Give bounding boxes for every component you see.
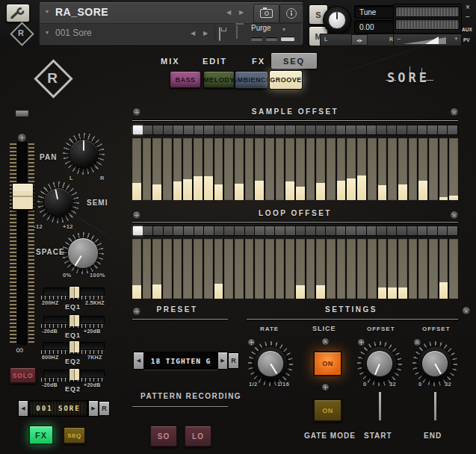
delete-button[interactable] bbox=[236, 25, 238, 39]
info-button[interactable] bbox=[279, 4, 303, 23]
step-column[interactable] bbox=[347, 239, 356, 299]
step-column[interactable] bbox=[388, 138, 397, 200]
pattern-so-button[interactable]: SO bbox=[149, 425, 178, 447]
step-indicator[interactable] bbox=[346, 226, 356, 235]
step-column[interactable] bbox=[152, 138, 161, 200]
step-column[interactable] bbox=[265, 138, 274, 200]
step-column[interactable] bbox=[235, 239, 244, 299]
step-indicator-active[interactable] bbox=[133, 226, 143, 235]
step-indicator[interactable] bbox=[336, 226, 346, 235]
step-indicator[interactable] bbox=[224, 125, 234, 134]
step-indicator[interactable] bbox=[164, 226, 173, 235]
step-column[interactable] bbox=[132, 138, 141, 200]
step-indicator[interactable] bbox=[255, 125, 265, 134]
purge-dropdown[interactable]: Purge bbox=[251, 24, 271, 32]
step-column[interactable] bbox=[183, 138, 192, 200]
tune-knob[interactable] bbox=[323, 6, 351, 34]
step-column[interactable] bbox=[409, 138, 418, 200]
kit-reset-button[interactable]: R bbox=[99, 401, 110, 416]
step-indicator[interactable] bbox=[346, 125, 356, 134]
category-melody-button[interactable]: MELODY bbox=[203, 71, 235, 88]
preset-next-button[interactable]: ▶ bbox=[217, 352, 228, 370]
step-column[interactable] bbox=[276, 239, 285, 299]
sample-offset-graph[interactable] bbox=[132, 138, 458, 200]
step-column[interactable] bbox=[143, 239, 152, 299]
step-column[interactable] bbox=[398, 239, 407, 299]
tab-mix[interactable]: MIX bbox=[161, 57, 180, 66]
step-indicator[interactable] bbox=[265, 125, 275, 134]
aux-button[interactable]: AUX bbox=[462, 27, 472, 32]
step-indicator[interactable] bbox=[275, 226, 285, 235]
step-column[interactable] bbox=[429, 138, 438, 200]
close-icon[interactable]: × bbox=[466, 3, 470, 11]
step-indicator[interactable] bbox=[448, 125, 457, 134]
step-indicator[interactable] bbox=[306, 226, 315, 235]
step-indicator[interactable] bbox=[194, 226, 204, 235]
step-column[interactable] bbox=[204, 239, 213, 299]
seq-toggle-button[interactable]: SEQ bbox=[63, 426, 86, 444]
step-indicator[interactable] bbox=[245, 125, 255, 134]
step-indicator[interactable] bbox=[173, 125, 183, 134]
offset-start-knob[interactable] bbox=[357, 341, 402, 386]
gate-on-button[interactable]: ON bbox=[313, 399, 342, 422]
step-column[interactable] bbox=[327, 138, 336, 200]
step-indicator[interactable] bbox=[245, 226, 255, 235]
pan-knob[interactable] bbox=[63, 133, 105, 175]
step-indicator[interactable] bbox=[143, 125, 153, 134]
step-column[interactable] bbox=[194, 239, 203, 299]
step-indicator[interactable] bbox=[235, 226, 244, 235]
step-column[interactable] bbox=[183, 239, 192, 299]
step-indicator[interactable] bbox=[367, 226, 377, 235]
step-indicator[interactable] bbox=[153, 125, 163, 134]
step-column[interactable] bbox=[163, 239, 172, 299]
step-indicator[interactable] bbox=[438, 226, 448, 235]
pan-slider[interactable]: L R ◂|▸ bbox=[320, 34, 398, 46]
step-column[interactable] bbox=[368, 138, 377, 200]
instrument-next-arrow[interactable]: ▶ bbox=[239, 9, 244, 16]
step-indicator[interactable] bbox=[194, 125, 204, 134]
kit-prev-button[interactable]: ◀ bbox=[18, 400, 28, 417]
step-column[interactable] bbox=[285, 138, 294, 200]
step-indicator[interactable] bbox=[326, 125, 336, 134]
step-column[interactable] bbox=[306, 138, 315, 200]
step-indicator[interactable] bbox=[418, 125, 427, 134]
patch-next-arrow[interactable]: ▶ bbox=[203, 30, 208, 37]
step-column[interactable] bbox=[378, 239, 387, 299]
purge-caret-icon[interactable]: ▾ bbox=[282, 26, 285, 33]
rate-knob[interactable] bbox=[248, 341, 293, 386]
step-indicator[interactable] bbox=[275, 125, 285, 134]
step-indicator[interactable] bbox=[356, 226, 366, 235]
step-indicator[interactable] bbox=[173, 226, 183, 235]
step-column[interactable] bbox=[347, 138, 356, 200]
step-column[interactable] bbox=[194, 138, 203, 200]
step-indicator[interactable] bbox=[427, 226, 437, 235]
space-knob[interactable] bbox=[62, 232, 104, 274]
step-column[interactable] bbox=[285, 239, 294, 299]
step-indicator[interactable] bbox=[285, 125, 295, 134]
instrument-collapse-caret[interactable]: ▾ bbox=[46, 8, 49, 15]
eq2-freq-slider[interactable] bbox=[43, 342, 105, 350]
step-column[interactable] bbox=[337, 239, 346, 299]
step-column[interactable] bbox=[429, 239, 438, 299]
kit-display[interactable]: 001 SORE bbox=[28, 400, 88, 417]
step-indicator[interactable] bbox=[397, 226, 407, 235]
step-column[interactable] bbox=[143, 138, 152, 200]
step-column[interactable] bbox=[418, 138, 427, 200]
step-column[interactable] bbox=[255, 138, 264, 200]
step-column[interactable] bbox=[276, 138, 285, 200]
step-column[interactable] bbox=[132, 239, 141, 299]
step-column[interactable] bbox=[388, 239, 397, 299]
preset-display[interactable]: 18 TIGHTEN G bbox=[144, 352, 217, 370]
step-indicator[interactable] bbox=[255, 226, 265, 235]
eq2-gain-slider[interactable] bbox=[43, 370, 105, 378]
step-indicator[interactable] bbox=[143, 226, 153, 235]
step-column[interactable] bbox=[255, 239, 264, 299]
step-indicator[interactable] bbox=[214, 125, 224, 134]
step-column[interactable] bbox=[439, 239, 448, 299]
pan-center-handle[interactable]: ◂|▸ bbox=[351, 34, 368, 46]
step-column[interactable] bbox=[409, 239, 418, 299]
step-column[interactable] bbox=[173, 138, 182, 200]
step-column[interactable] bbox=[214, 138, 223, 200]
step-indicator[interactable] bbox=[427, 125, 437, 134]
step-indicator[interactable] bbox=[407, 125, 417, 134]
